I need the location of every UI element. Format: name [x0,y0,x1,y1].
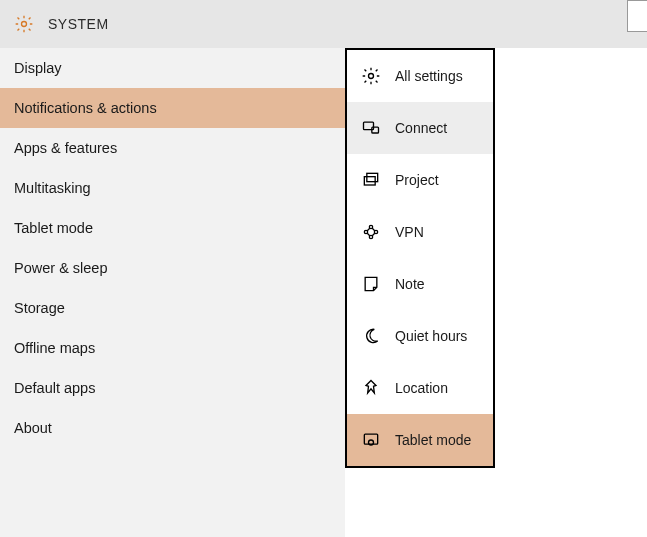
panel-item-vpn[interactable]: VPN [347,206,493,258]
svg-rect-11 [364,434,377,444]
sidebar-item-storage[interactable]: Storage [0,288,345,328]
gear-icon [361,66,381,86]
panel-item-tablet-mode[interactable]: Tablet mode [347,414,493,466]
main-area: Display Notifications & actions Apps & f… [0,48,647,537]
gear-icon [14,14,34,34]
header-button-partial[interactable] [627,0,647,32]
sidebar-item-offline-maps[interactable]: Offline maps [0,328,345,368]
svg-rect-6 [364,177,375,185]
panel-item-label: Location [395,380,448,396]
sidebar-item-about[interactable]: About [0,408,345,448]
sidebar-item-label: Tablet mode [14,220,93,236]
panel-item-label: Tablet mode [395,432,471,448]
sidebar: Display Notifications & actions Apps & f… [0,48,345,537]
sidebar-item-default-apps[interactable]: Default apps [0,368,345,408]
note-icon [361,274,381,294]
svg-point-0 [22,22,27,27]
panel-item-label: Connect [395,120,447,136]
sidebar-item-label: Apps & features [14,140,117,156]
panel-item-label: Quiet hours [395,328,467,344]
project-icon [361,170,381,190]
sidebar-item-label: About [14,420,52,436]
location-icon [361,378,381,398]
panel-item-location[interactable]: Location [347,362,493,414]
sidebar-item-notifications-actions[interactable]: Notifications & actions [0,88,345,128]
panel-item-label: All settings [395,68,463,84]
page-title: SYSTEM [48,16,109,32]
svg-point-9 [369,225,372,228]
sidebar-item-label: Multitasking [14,180,91,196]
panel-item-note[interactable]: Note [347,258,493,310]
svg-point-8 [374,230,377,233]
tablet-icon [361,430,381,450]
sidebar-item-display[interactable]: Display [0,48,345,88]
svg-point-10 [369,235,372,238]
header-bar: SYSTEM [0,0,647,48]
sidebar-item-label: Default apps [14,380,95,396]
panel-item-project[interactable]: Project [347,154,493,206]
sidebar-item-label: Power & sleep [14,260,108,276]
sidebar-item-apps-features[interactable]: Apps & features [0,128,345,168]
panel-item-all-settings[interactable]: All settings [347,50,493,102]
panel-item-label: Project [395,172,439,188]
sidebar-item-label: Offline maps [14,340,95,356]
panel-item-quiet-hours[interactable]: Quiet hours [347,310,493,362]
svg-point-2 [369,74,374,79]
connect-icon [361,118,381,138]
panel-item-label: Note [395,276,425,292]
sidebar-item-label: Storage [14,300,65,316]
panel-item-connect[interactable]: Connect [347,102,493,154]
svg-rect-5 [367,173,378,181]
sidebar-item-label: Notifications & actions [14,100,157,116]
sidebar-item-tablet-mode[interactable]: Tablet mode [0,208,345,248]
svg-point-7 [364,230,367,233]
panel-item-label: VPN [395,224,424,240]
quick-actions-panel: All settings Connect Project VPN Note Qu… [345,48,495,468]
vpn-icon [361,222,381,242]
sidebar-item-label: Display [14,60,62,76]
sidebar-item-multitasking[interactable]: Multitasking [0,168,345,208]
sidebar-item-power-sleep[interactable]: Power & sleep [0,248,345,288]
moon-icon [361,326,381,346]
